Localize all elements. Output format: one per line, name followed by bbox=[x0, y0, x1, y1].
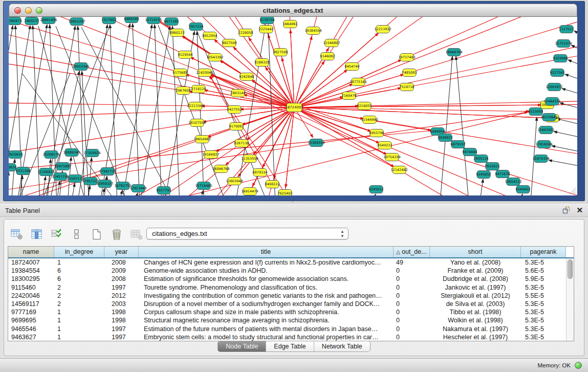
table-cell[interactable]: 0 bbox=[394, 267, 430, 275]
table-cell[interactable]: 0 bbox=[394, 292, 430, 300]
table-cell[interactable]: Jankovic et al. (1997) bbox=[430, 283, 521, 292]
table-cell[interactable]: de Silva et al. (2003) bbox=[430, 300, 521, 308]
table-cell[interactable]: 5.3E-5 bbox=[521, 325, 566, 333]
table-cell[interactable]: 5.9E-5 bbox=[521, 275, 566, 283]
resize-grip-icon[interactable] bbox=[569, 187, 576, 194]
table-cell[interactable]: 22420046 bbox=[8, 292, 54, 300]
table-cell[interactable]: 0 bbox=[394, 283, 430, 292]
table-cell[interactable]: 18724007 bbox=[8, 258, 54, 267]
table-cell[interactable]: Estimation of significance thresholds fo… bbox=[139, 275, 394, 283]
table-selector-dropdown[interactable]: citations_edges.txt ▲▼ bbox=[146, 228, 349, 239]
table-row[interactable]: 1456911722003Disruption of a novel membe… bbox=[8, 300, 566, 308]
network-canvas[interactable]: 2225442222605898275091054339222420046271… bbox=[9, 17, 577, 195]
table-cell[interactable]: 0 bbox=[394, 275, 430, 283]
tab-network-table[interactable]: Network Table bbox=[314, 341, 370, 352]
table-cell[interactable]: Hescheler et al. (1997) bbox=[430, 333, 521, 341]
network-window-titlebar[interactable]: citations_edges.txt bbox=[9, 4, 577, 17]
table-cell[interactable]: 5.3E-5 bbox=[521, 333, 566, 341]
select-rows-icon[interactable] bbox=[50, 228, 63, 240]
table-cell[interactable]: 14569117 bbox=[8, 300, 54, 308]
column-header-pagerank[interactable]: pagerank bbox=[521, 247, 566, 257]
table-row[interactable]: 1938455462009Genome-wide association stu… bbox=[8, 267, 566, 275]
table-cell[interactable]: 2 bbox=[54, 300, 104, 308]
table-row[interactable]: 977716911998Corpus callosum shape and si… bbox=[8, 308, 566, 316]
column-header-in_degree[interactable]: in_degree bbox=[54, 247, 104, 257]
table-cell[interactable]: 2009 bbox=[104, 267, 139, 275]
table-cell[interactable]: Genome-wide association studies in ADHD. bbox=[139, 267, 394, 275]
table-cell[interactable]: 5.6E-5 bbox=[521, 267, 566, 275]
table-cell[interactable]: 9777169 bbox=[8, 308, 54, 316]
table-cell[interactable]: Nakamura et al. (1997) bbox=[430, 325, 521, 333]
table-row[interactable]: 2242004622012Investigating the contribut… bbox=[8, 292, 566, 300]
table-cell[interactable]: 2 bbox=[54, 292, 104, 300]
table-cell[interactable]: 0 bbox=[394, 333, 430, 341]
table-cell[interactable]: 5.3E-5 bbox=[521, 308, 566, 316]
table-cell[interactable]: Changes of HCN gene expression and I(f) … bbox=[139, 258, 394, 267]
table-cell[interactable]: Disruption of a novel member of a sodium… bbox=[139, 300, 394, 308]
new-table-icon[interactable] bbox=[90, 228, 103, 240]
table-cell[interactable]: 18300295 bbox=[8, 275, 54, 283]
close-panel-icon[interactable]: ✕ bbox=[576, 206, 583, 214]
table-cell[interactable]: Investigating the contribution of common… bbox=[139, 292, 394, 300]
table-cell[interactable]: 9699695 bbox=[8, 316, 54, 324]
table-cell[interactable]: 1998 bbox=[104, 316, 139, 324]
column-header-out_de[interactable]: △out_de... bbox=[394, 247, 430, 257]
table-cell[interactable]: 9465546 bbox=[8, 325, 54, 333]
table-cell[interactable]: 1 bbox=[54, 316, 104, 324]
delete-table-icon[interactable] bbox=[110, 228, 123, 240]
column-visibility-icon[interactable] bbox=[30, 228, 43, 240]
table-cell[interactable]: Structural magnetic resonance image aver… bbox=[139, 316, 394, 324]
table-row[interactable]: 946554611997Estimation of the future num… bbox=[8, 325, 566, 333]
column-header-short[interactable]: short bbox=[430, 247, 521, 257]
table-scrollbar[interactable] bbox=[566, 258, 574, 341]
table-cell[interactable]: 1 bbox=[54, 333, 104, 341]
table-cell[interactable]: Yano et al. (2008) bbox=[430, 258, 521, 267]
table-row[interactable]: 911546021997Tourette syndrome. Phenomeno… bbox=[8, 283, 566, 292]
table-cell[interactable]: 1 bbox=[54, 325, 104, 333]
float-panel-icon[interactable] bbox=[562, 206, 570, 214]
table-scrollbar-thumb[interactable] bbox=[568, 259, 573, 279]
table-cell[interactable]: Embryonic stem cells: a model to study s… bbox=[139, 333, 394, 341]
table-cell[interactable]: 1 bbox=[54, 258, 104, 267]
import-table-icon[interactable] bbox=[130, 228, 143, 240]
table-cell[interactable]: 5.3E-5 bbox=[521, 316, 566, 324]
table-cell[interactable]: 6 bbox=[54, 267, 104, 275]
table-cell[interactable]: Stergiakouli et al. (2012) bbox=[430, 292, 521, 300]
table-cell[interactable]: 5.3E-5 bbox=[521, 300, 566, 308]
table-row[interactable]: 1872400712008Changes of HCN gene express… bbox=[8, 258, 566, 267]
table-cell[interactable]: Wolkin et al. (1998) bbox=[430, 316, 521, 324]
table-cell[interactable]: Estimation of the future numbers of pati… bbox=[139, 325, 394, 333]
table-cell[interactable]: 0 bbox=[394, 308, 430, 316]
table-cell[interactable]: 5.5E-5 bbox=[521, 292, 566, 300]
table-row[interactable]: 1830029562008Estimation of significance … bbox=[8, 275, 566, 283]
table-row[interactable]: 946362711997Embryonic stem cells: a mode… bbox=[8, 333, 566, 341]
table-cell[interactable]: 5.3E-5 bbox=[521, 283, 566, 292]
table-cell[interactable]: 0 bbox=[394, 300, 430, 308]
table-cell[interactable]: Tibbo et al. (1998) bbox=[430, 308, 521, 316]
table-cell[interactable]: Tourette syndrome. Phenomenology and cla… bbox=[139, 283, 394, 292]
table-cell[interactable]: 9463627 bbox=[8, 333, 54, 341]
table-cell[interactable]: 6 bbox=[54, 275, 104, 283]
table-row[interactable]: 969969511998Structural magnetic resonanc… bbox=[8, 316, 566, 324]
tab-edge-table[interactable]: Edge Table bbox=[266, 341, 314, 352]
table-cell[interactable]: 1 bbox=[54, 308, 104, 316]
column-header-title[interactable]: title bbox=[139, 247, 394, 257]
table-cell[interactable]: Franke et al. (2009) bbox=[430, 267, 521, 275]
table-cell[interactable]: 49 bbox=[394, 258, 430, 267]
table-cell[interactable]: 2003 bbox=[104, 300, 139, 308]
table-cell[interactable]: 0 bbox=[394, 325, 430, 333]
table-cell[interactable]: 1997 bbox=[104, 283, 139, 292]
table-cell[interactable]: 2012 bbox=[104, 292, 139, 300]
table-cell[interactable]: 0 bbox=[394, 316, 430, 324]
table-cell[interactable]: 5.3E-5 bbox=[521, 258, 566, 267]
table-cell[interactable]: Dudbridge et al. (2008) bbox=[430, 275, 521, 283]
table-cell[interactable]: 2008 bbox=[104, 275, 139, 283]
table-cell[interactable]: Corpus callosum shape and size in male p… bbox=[139, 308, 394, 316]
table-cell[interactable]: 1998 bbox=[104, 308, 139, 316]
column-header-year[interactable]: year bbox=[104, 247, 139, 257]
table-cell[interactable]: 2008 bbox=[104, 258, 139, 267]
table-cell[interactable]: 9115460 bbox=[8, 283, 54, 292]
column-header-name[interactable]: name bbox=[8, 247, 54, 257]
table-cell[interactable]: 1997 bbox=[104, 325, 139, 333]
table-cell[interactable]: 2 bbox=[54, 283, 104, 292]
